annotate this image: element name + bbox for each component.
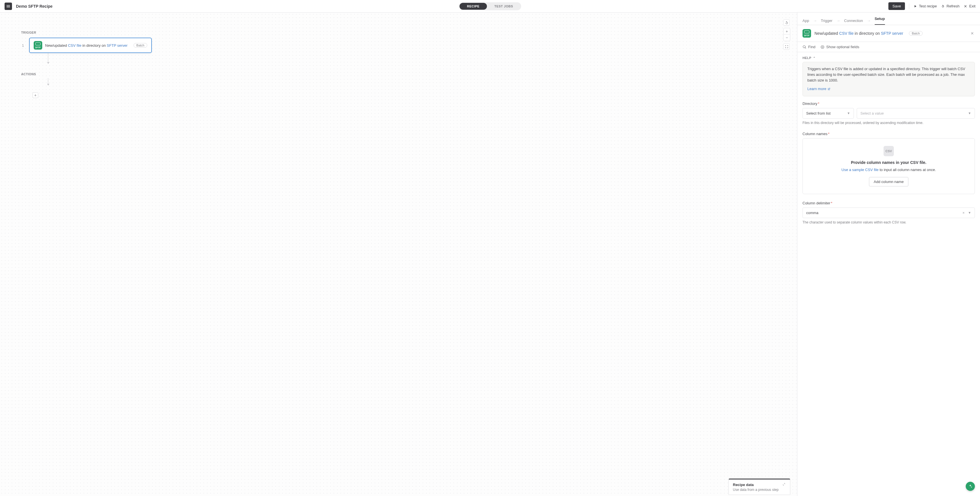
sparkle-icon <box>968 484 972 489</box>
trigger-step-row: 1 SFTP New/updated CSV file in directory… <box>21 38 152 53</box>
close-icon <box>963 4 967 8</box>
help-label: HELP <box>802 56 811 60</box>
close-panel-button[interactable]: × <box>969 29 975 38</box>
sftp-icon: SFTP <box>802 29 811 38</box>
hamburger-icon <box>6 4 11 8</box>
expand-icon[interactable] <box>782 482 786 487</box>
refresh-label: Refresh <box>947 4 960 8</box>
batch-badge: Batch <box>134 43 147 48</box>
chevron-down-icon[interactable]: ▼ <box>968 211 971 214</box>
batch-badge: Batch <box>909 31 923 36</box>
save-button[interactable]: Save <box>888 2 905 10</box>
column-names-card: CSV Provide column names in your CSV fil… <box>802 138 975 194</box>
column-names-field: Column names* CSV Provide column names i… <box>802 132 975 194</box>
config-panel: App → Trigger → Connection → Setup SFTP … <box>797 13 980 496</box>
menu-icon[interactable] <box>5 3 12 10</box>
column-names-label: Column names* <box>802 132 975 136</box>
recipe-data-card[interactable]: Recipe data Use data from a previous ste… <box>729 479 790 495</box>
top-header: Demo SFTP Recipe RECIPE TEST JOBS Save T… <box>0 0 980 13</box>
column-delimiter-label: Column delimiter* <box>802 201 975 205</box>
test-recipe-button[interactable]: Test recipe <box>913 4 937 8</box>
add-step-button[interactable]: + <box>33 92 38 98</box>
panel-toolbar: Find Show optional fields <box>797 42 980 52</box>
exit-button[interactable]: Exit <box>963 4 975 8</box>
header-actions: Save Test recipe Refresh Exit <box>888 2 975 10</box>
help-fab[interactable] <box>966 482 975 491</box>
actions-section: ACTIONS + <box>21 72 152 98</box>
undo-button[interactable] <box>783 19 790 26</box>
directory-value-placeholder: Select a value <box>861 111 884 116</box>
canvas-content: TRIGGER 1 SFTP New/updated CSV file in d… <box>21 31 152 98</box>
csv-icon: CSV <box>883 146 894 156</box>
connector-line <box>48 53 48 64</box>
chevron-right-icon: → <box>867 19 871 23</box>
refresh-button[interactable]: Refresh <box>941 4 960 8</box>
show-optional-label: Show optional fields <box>826 45 859 49</box>
find-label: Find <box>808 45 815 49</box>
add-column-name-button[interactable]: Add column name <box>869 177 908 186</box>
chevron-down-icon: ▼ <box>968 111 971 115</box>
view-toggle: RECIPE TEST JOBS <box>459 2 521 10</box>
crumb-app[interactable]: App <box>802 19 809 23</box>
trigger-section-label: TRIGGER <box>21 31 152 34</box>
recipe-data-title: Recipe data <box>733 483 754 487</box>
external-link-icon <box>827 87 830 90</box>
breadcrumb: App → Trigger → Connection → Setup <box>797 13 980 25</box>
find-button[interactable]: Find <box>802 45 815 49</box>
sftp-icon: SFTP <box>34 41 42 49</box>
column-delimiter-value: comma <box>806 211 818 215</box>
panel-title: New/updated CSV file in directory on SFT… <box>815 31 903 36</box>
directory-value-select[interactable]: Select a value ▼ <box>857 108 975 119</box>
chevron-right-icon: → <box>813 19 817 23</box>
refresh-icon <box>941 4 945 8</box>
connector-line <box>48 78 48 86</box>
tab-test-jobs[interactable]: TEST JOBS <box>487 3 520 10</box>
directory-field: Directory* Select from list ▼ Select a v… <box>802 101 975 125</box>
sample-csv-link[interactable]: Use a sample CSV file <box>842 168 879 172</box>
column-delimiter-hint: The character used to separate column va… <box>802 220 975 224</box>
crumb-connection[interactable]: Connection <box>844 19 863 23</box>
trigger-card[interactable]: SFTP New/updated CSV file in directory o… <box>29 38 152 53</box>
help-section: HELP ⌃ Triggers when a CSV file is added… <box>802 56 975 97</box>
show-optional-button[interactable]: Show optional fields <box>821 45 859 49</box>
play-icon <box>913 4 917 8</box>
column-delimiter-field: Column delimiter* comma × ▼ The characte… <box>802 201 975 224</box>
page-title: Demo SFTP Recipe <box>16 4 52 8</box>
actions-section-label: ACTIONS <box>21 72 152 76</box>
directory-hint: Files in this directory will be processe… <box>802 121 975 125</box>
search-icon <box>802 45 807 49</box>
canvas-controls: + − <box>783 19 790 49</box>
tab-recipe[interactable]: RECIPE <box>460 3 487 10</box>
directory-mode-value: Select from list <box>806 111 830 116</box>
directory-label: Directory* <box>802 101 975 106</box>
main: TRIGGER 1 SFTP New/updated CSV file in d… <box>0 13 980 496</box>
recipe-data-subtitle: Use data from a previous step <box>733 488 786 492</box>
column-names-card-sub: Use a sample CSV file to input all colum… <box>842 168 936 172</box>
trigger-text: New/updated CSV file in directory on SFT… <box>45 43 127 48</box>
help-card: Triggers when a CSV file is added or upd… <box>802 62 975 97</box>
chevron-down-icon: ▼ <box>847 111 850 115</box>
divider <box>909 3 909 9</box>
chevron-up-icon: ⌃ <box>813 56 815 60</box>
panel-body[interactable]: HELP ⌃ Triggers when a CSV file is added… <box>797 52 980 496</box>
help-toggle[interactable]: HELP ⌃ <box>802 56 975 60</box>
expand-up-icon <box>782 482 786 486</box>
learn-more-link[interactable]: Learn more <box>807 86 830 92</box>
column-names-card-title: Provide column names in your CSV file. <box>851 160 927 165</box>
canvas-pane[interactable]: TRIGGER 1 SFTP New/updated CSV file in d… <box>0 13 797 496</box>
zoom-out-button[interactable]: − <box>784 35 790 41</box>
column-delimiter-select[interactable]: comma × ▼ <box>802 208 975 218</box>
zoom-in-button[interactable]: + <box>784 28 790 35</box>
chevron-right-icon: → <box>837 19 840 23</box>
undo-icon <box>785 21 789 24</box>
step-number: 1 <box>21 43 24 48</box>
crumb-setup[interactable]: Setup <box>875 17 885 25</box>
fit-screen-button[interactable] <box>783 43 790 49</box>
zoom-controls: + − <box>783 28 790 41</box>
clear-icon[interactable]: × <box>961 211 967 215</box>
help-body: Triggers when a CSV file is added or upd… <box>807 66 970 83</box>
directory-mode-select[interactable]: Select from list ▼ <box>802 108 854 119</box>
panel-header: SFTP New/updated CSV file in directory o… <box>797 25 980 42</box>
test-recipe-label: Test recipe <box>919 4 937 8</box>
crumb-trigger[interactable]: Trigger <box>821 19 832 23</box>
